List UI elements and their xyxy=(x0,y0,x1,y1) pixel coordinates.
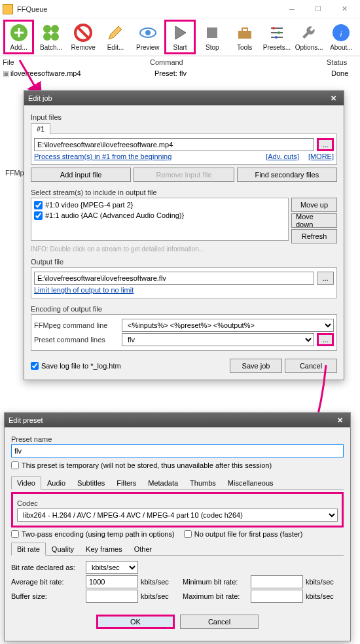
tab-thumbs[interactable]: Thumbs xyxy=(184,476,222,490)
cancel-button[interactable]: Cancel xyxy=(180,615,259,629)
subtab-bit-rate[interactable]: Bit rate xyxy=(11,543,46,556)
file-row[interactable]: ▣ ilovefreesoftware.mp4 Preset: flv Done xyxy=(0,68,360,79)
app-icon xyxy=(3,4,13,14)
stream-1-check[interactable] xyxy=(34,201,43,209)
toolbar-about-button[interactable]: iAbout... xyxy=(326,20,357,54)
browse-output-button[interactable]: ... xyxy=(317,272,334,285)
toolbar-presets-button[interactable]: Presets... xyxy=(261,20,292,54)
add-input-button[interactable]: Add input file xyxy=(31,168,131,182)
plus4-icon xyxy=(41,23,61,43)
svg-point-12 xyxy=(278,31,280,34)
browse-input-button[interactable]: ... xyxy=(317,138,334,151)
toolbar-tools-button[interactable]: Tools xyxy=(229,20,260,54)
avg-field[interactable] xyxy=(86,575,138,588)
toolbar-remove-button[interactable]: Remove xyxy=(68,20,99,54)
buf-field[interactable] xyxy=(86,590,138,603)
stop-icon xyxy=(202,23,222,43)
find-secondary-button[interactable]: Find secondary files xyxy=(237,168,337,182)
save-job-button[interactable]: Save job xyxy=(230,359,282,373)
toolbar-start-button[interactable]: Start xyxy=(164,20,195,54)
edit-job-dialog: Edit job ✕ Input files #1 ... Process st… xyxy=(24,90,344,380)
close-button[interactable]: ✕ xyxy=(331,1,357,17)
temporary-check[interactable]: This preset is temporary (will not be st… xyxy=(11,461,272,469)
subtab-quality[interactable]: Quality xyxy=(46,543,80,556)
input-tab-1[interactable]: #1 xyxy=(31,123,50,134)
dialog-title: Edit job xyxy=(28,94,327,102)
nooutput-check[interactable]: No output file for first pass (faster) xyxy=(184,530,303,538)
svg-point-11 xyxy=(272,27,275,29)
min-label: Minimum bit rate: xyxy=(183,578,248,586)
refresh-button[interactable]: Refresh xyxy=(291,229,337,243)
ffmpeg-cmd-field[interactable]: <%inputs%> <%preset%> <%output%> xyxy=(122,319,334,332)
col-status: Status xyxy=(327,58,347,66)
subtab-key-frames[interactable]: Key frames xyxy=(80,543,128,556)
tab-metadata[interactable]: Metadata xyxy=(142,476,184,490)
more-link[interactable]: [MORE] xyxy=(308,152,334,160)
dialog-titlebar[interactable]: Edit job ✕ xyxy=(24,91,344,105)
save-log-check[interactable]: Save log file to *_log.htm xyxy=(31,362,121,370)
preset-tabs: VideoAudioSubtitlesFiltersMetadataThumbs… xyxy=(11,476,344,490)
toolbar-edit-button[interactable]: Edit... xyxy=(100,20,131,54)
toolbar-preview-button[interactable]: Preview xyxy=(132,20,163,54)
tab-miscellaneous[interactable]: Miscellaneous xyxy=(222,476,279,490)
toolbar-stop-button[interactable]: Stop xyxy=(197,20,228,54)
tab-audio[interactable]: Audio xyxy=(41,476,71,490)
bitrate-tabs: Bit rateQualityKey framesOther xyxy=(11,542,344,556)
svg-point-7 xyxy=(145,30,151,35)
stream-2-check[interactable] xyxy=(34,211,43,220)
subtab-other[interactable]: Other xyxy=(128,543,158,556)
svg-rect-10 xyxy=(242,28,247,31)
ok-button[interactable]: OK xyxy=(96,615,175,629)
toolbar-add-button[interactable]: Add... xyxy=(3,20,34,54)
toolbar-options-button[interactable]: Options... xyxy=(294,20,325,54)
svg-point-3 xyxy=(43,33,51,41)
preset-titlebar[interactable]: Edit preset ✕ xyxy=(5,413,350,427)
twopass-check[interactable]: Two-pass encoding (using temp path in op… xyxy=(11,530,175,538)
tab-video[interactable]: Video xyxy=(11,476,41,490)
limit-length-link[interactable]: Limit length of output to no limit xyxy=(34,286,134,294)
adv-cuts-link[interactable]: [Adv. cuts] xyxy=(266,152,299,160)
stream-1-label: #1:0 video {MPEG-4 part 2} xyxy=(45,201,134,209)
preset-cmd-label: Preset command lines xyxy=(34,336,119,344)
stream-list[interactable]: #1:0 video {MPEG-4 part 2} #1:1 audio {A… xyxy=(31,198,289,241)
declared-select[interactable]: kbits/sec xyxy=(86,561,138,574)
unit-label: kbits/sec xyxy=(141,592,180,600)
max-label: Maximum bit rate: xyxy=(183,592,248,600)
process-streams-link[interactable]: Process stream(s) in #1 from the beginni… xyxy=(34,152,263,160)
preset-edit-button[interactable]: ... xyxy=(317,333,334,346)
codec-select[interactable]: libx264 - H.264 / AVC / MPEG-4 AVC / MPE… xyxy=(17,509,338,522)
toolbar-batch-button[interactable]: Batch... xyxy=(35,20,66,54)
svg-rect-8 xyxy=(207,27,217,38)
max-field[interactable] xyxy=(251,590,303,603)
buf-label: Buffer size: xyxy=(11,592,83,600)
input-files-label: Input files xyxy=(31,113,337,121)
no-icon xyxy=(73,23,93,43)
close-icon[interactable]: ✕ xyxy=(333,416,346,425)
output-path-field[interactable] xyxy=(34,272,314,285)
preset-name-label: Preset name xyxy=(11,435,344,443)
edit-preset-dialog: Edit preset ✕ Preset name This preset is… xyxy=(4,412,351,641)
pencil-icon xyxy=(105,23,125,43)
tab-subtitles[interactable]: Subtitles xyxy=(71,476,111,490)
min-field[interactable] xyxy=(251,575,303,588)
move-down-button[interactable]: Move down xyxy=(291,213,337,228)
minimize-button[interactable]: ─ xyxy=(279,1,305,17)
move-up-button[interactable]: Move up xyxy=(291,198,337,212)
wrench-icon xyxy=(299,23,319,43)
declared-label: Bit rate declared as: xyxy=(11,564,83,571)
unit-label: kbits/sec xyxy=(306,578,334,586)
select-streams-label: Select stream(s) to include in output fi… xyxy=(31,188,337,196)
preset-title: Edit preset xyxy=(9,416,333,424)
tab-filters[interactable]: Filters xyxy=(111,476,142,490)
maximize-button[interactable]: ☐ xyxy=(305,1,331,17)
preset-name-field[interactable] xyxy=(11,444,344,457)
preset-select[interactable]: flv xyxy=(122,333,314,346)
cancel-button[interactable]: Cancel xyxy=(285,359,337,373)
svg-point-2 xyxy=(51,25,59,33)
toolbar: Add...Batch...RemoveEdit...PreviewStartS… xyxy=(0,18,360,56)
input-path-field[interactable] xyxy=(34,138,314,151)
unit-label: kbits/sec xyxy=(141,578,180,586)
close-icon[interactable]: ✕ xyxy=(327,94,340,103)
titlebar: FFQueue ─ ☐ ✕ xyxy=(0,0,360,18)
output-file-label: Output file xyxy=(31,258,337,266)
